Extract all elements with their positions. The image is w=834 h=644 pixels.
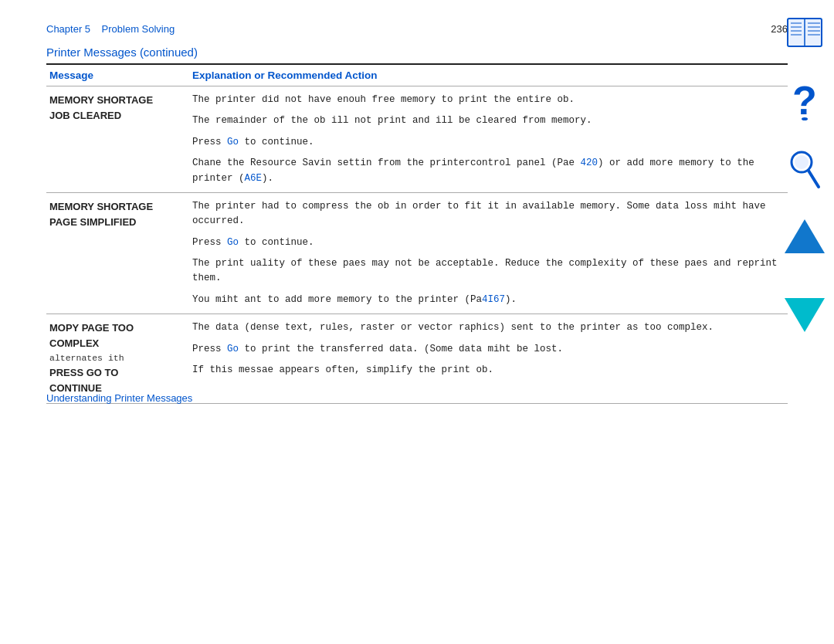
magnifier-svg [788,150,822,190]
exp-para-2-1: The printer had to compress the ob in or… [192,199,781,229]
magnifier-icon [788,150,822,190]
triangle-up-icon[interactable] [785,219,825,253]
go-link-2-2[interactable]: Go [227,237,239,248]
exp-para-1-3: Press Go to continue. [192,135,781,150]
table-row: MEMORY SHORTAGE PAGE SIMPLIFIED The prin… [46,193,788,314]
explanation-cell-2: The printer had to compress the ob in or… [189,193,788,314]
messages-table: Message Explanation or Recommended Actio… [46,63,788,404]
exp-para-1-2: The remainder of the ob ill not print an… [192,114,781,128]
question-icon: ? [790,80,819,120]
exp-para-2-3: The print uality of these paes may not b… [192,256,781,286]
section-text: Problem Solving [102,23,175,35]
link-4i67[interactable]: 4I67 [482,294,505,305]
section-title: Printer Messages (continued) [46,46,788,59]
msg-line1-row2: MEMORY SHORTAGE [49,199,183,215]
book-svg [785,15,825,51]
question-dot [802,117,808,120]
exp-para-2-4: You miht ant to add more memory to the p… [192,293,781,307]
link-420[interactable]: 420 [581,158,598,168]
question-mark: ? [792,80,817,120]
msg-line2-row3: COMPLEX [49,336,183,351]
msg-alt2-row3: PRESS GO TO [49,365,183,381]
exp-para-3-1: The data (dense text, rules, raster or v… [192,320,781,335]
explanation-cell-3: The data (dense text, rules, raster or v… [189,314,788,402]
message-cell-2: MEMORY SHORTAGE PAGE SIMPLIFIED [46,193,189,314]
msg-line1-row3: MOPY PAGE TOO [49,320,183,336]
msg-line1-row1: MEMORY SHORTAGE [49,93,183,108]
exp-para-1-4: Chane the Resource Savin settin from the… [192,156,781,186]
table-row: MEMORY SHORTAGE JOB CLEARED The printer … [46,86,788,192]
explanation-cell-1: The printer did not have enouh free memo… [189,86,788,192]
exp-para-3-3: If this messae appears often, simplify t… [192,363,781,378]
link-a6e[interactable]: A6E [245,173,263,184]
table-row: MOPY PAGE TOO COMPLEX alternates ith PRE… [46,314,788,402]
message-cell-1: MEMORY SHORTAGE JOB CLEARED [46,86,189,192]
msg-line2-row1: JOB CLEARED [49,108,183,124]
bottom-link[interactable]: Understanding Printer Messages [46,392,192,404]
svg-point-11 [795,155,809,169]
table-header-row: Message Explanation or Recommended Actio… [46,64,788,86]
exp-para-3-2: Press Go to print the transferred data. … [192,342,781,357]
svg-line-12 [809,171,819,187]
chapter-text: Chapter 5 [46,23,90,35]
go-link-1-3[interactable]: Go [227,137,239,147]
triangle-down-icon[interactable] [785,298,825,332]
right-icon-panel: ? [781,15,828,332]
exp-para-1-1: The printer did not have enouh free memo… [192,93,781,107]
message-cell-3: MOPY PAGE TOO COMPLEX alternates ith PRE… [46,314,189,402]
col-message-header: Message [46,64,189,86]
msg-line2-row2: PAGE SIMPLIFIED [49,215,183,230]
msg-alt-row3: alternates ith [49,351,183,365]
go-link-3-2[interactable]: Go [227,344,239,354]
col-explanation-header: Explanation or Recommended Action [189,64,788,86]
exp-para-2-2: Press Go to continue. [192,236,781,250]
page-header: Chapter 5 Problem Solving 236 [46,23,788,35]
book-icon [785,15,825,51]
chapter-label: Chapter 5 Problem Solving [46,23,175,35]
